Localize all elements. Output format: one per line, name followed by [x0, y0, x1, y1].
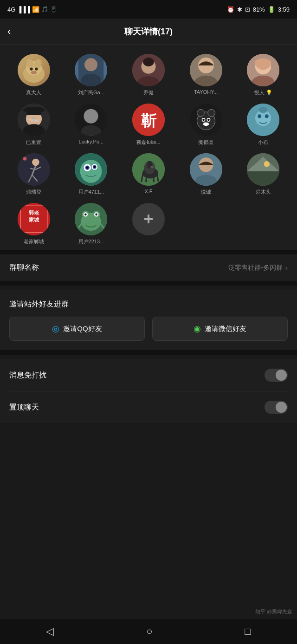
member-item[interactable]: 真大人	[7, 54, 60, 96]
svg-point-77	[199, 157, 213, 172]
member-item[interactable]: 靳 靳磊luke...	[122, 104, 175, 146]
member-name: 烂木头	[256, 189, 271, 195]
bottom-nav: ◁ ○ □	[0, 618, 297, 644]
add-avatar-button[interactable]: +	[132, 203, 165, 235]
battery-icon: 🔋	[268, 6, 275, 13]
svg-line-73	[146, 175, 147, 182]
member-name: TAYOHY...	[194, 89, 218, 95]
svg-point-71	[150, 166, 154, 168]
wifi-icon: 📶	[32, 6, 39, 13]
member-item[interactable]: TikTok 已重置	[7, 104, 60, 146]
member-name: 已重置	[26, 139, 41, 146]
svg-point-49	[259, 107, 268, 113]
avatar	[247, 54, 279, 86]
member-name: 用户4711...	[78, 189, 104, 195]
svg-rect-16	[143, 58, 154, 66]
avatar	[190, 153, 222, 186]
pin-chat-label: 置顶聊天	[9, 403, 39, 412]
pin-chat-toggle[interactable]	[265, 401, 288, 414]
member-name: 刘广民Ga...	[78, 89, 104, 96]
avatar	[190, 54, 222, 86]
invite-section: 邀请站外好友进群 ◎ 邀请QQ好友 ◉ 邀请微信好友	[0, 290, 297, 350]
avatar	[132, 153, 165, 186]
group-name-row[interactable]: 群聊名称 泛零售社群-多闪群 ›	[9, 254, 288, 281]
mute-notifications-row: 消息免打扰	[9, 359, 288, 391]
member-name: X.F	[144, 189, 152, 194]
member-item[interactable]: X.F	[122, 153, 175, 195]
svg-text:家城: 家城	[29, 217, 39, 222]
svg-point-47	[258, 114, 262, 118]
nav-home-button[interactable]: ○	[146, 625, 152, 637]
member-item[interactable]: 郭老 家城 老家郸城	[7, 203, 60, 245]
status-left: 4G ▐▐▐ 📶 🎵 📱	[7, 6, 57, 13]
avatar: 靳	[132, 104, 165, 136]
avatar	[190, 104, 222, 136]
member-item[interactable]: TAYOHY...	[180, 54, 232, 96]
svg-point-60	[80, 160, 102, 183]
nav-recents-button[interactable]: □	[245, 625, 251, 637]
nav-back-button[interactable]: ◁	[46, 625, 54, 637]
svg-point-4	[30, 68, 32, 71]
svg-text:郭老: 郭老	[29, 210, 39, 215]
group-name-value: 泛零售社群-多闪群 ›	[228, 264, 288, 272]
status-right: ⏰ ✱ ⊡ 81% 🔋 3:59	[227, 6, 290, 13]
svg-text:靳: 靳	[141, 112, 156, 129]
time-display: 3:59	[278, 6, 290, 13]
member-item[interactable]: ♪ 弗瑞登	[7, 153, 60, 195]
signal-text: 4G	[7, 6, 15, 13]
screenshot-icon: ⊡	[245, 6, 250, 13]
member-item[interactable]: 刘广民Ga...	[65, 54, 118, 96]
signal-bars: ▐▐▐	[17, 6, 30, 13]
member-name: 老家郸城	[24, 238, 44, 245]
svg-point-11	[84, 58, 97, 71]
invite-wechat-button[interactable]: ◉ 邀请微信好友	[152, 317, 288, 341]
invite-qq-label: 邀请QQ好友	[63, 325, 102, 333]
avatar	[247, 153, 279, 186]
avatar: 郭老 家城	[18, 203, 50, 235]
invite-qq-button[interactable]: ◎ 邀请QQ好友	[9, 317, 145, 341]
member-name: 弗瑞登	[26, 189, 41, 195]
avatar	[247, 104, 279, 136]
chevron-right-icon: ›	[285, 264, 288, 272]
members-section: 真大人 刘广民Ga...	[0, 45, 297, 250]
member-item[interactable]: 悦诚	[180, 153, 232, 195]
svg-point-39	[207, 109, 215, 117]
member-name: 魔都圆	[198, 139, 213, 146]
avatar	[75, 54, 107, 86]
plus-icon: +	[143, 209, 153, 229]
member-name: 用户2213...	[78, 238, 104, 245]
qq-icon: ◎	[52, 324, 59, 334]
mute-notifications-label: 消息免打扰	[9, 371, 46, 380]
member-item[interactable]: ✦ Lucky.Po...	[65, 104, 118, 146]
avatar: ♪	[18, 153, 50, 186]
svg-point-82	[264, 161, 270, 167]
section-divider	[0, 350, 297, 355]
bottom-spacer	[0, 423, 297, 460]
avatar: ✦	[75, 104, 107, 136]
svg-point-94	[96, 214, 98, 216]
header: ‹ 聊天详情(17)	[0, 19, 297, 45]
section-divider	[0, 281, 297, 286]
member-item[interactable]: 乔健	[122, 54, 175, 96]
mute-notifications-toggle[interactable]	[265, 369, 288, 382]
tiktok-icon: 🎵	[41, 6, 48, 13]
member-item[interactable]: 用户2213...	[65, 203, 118, 245]
back-button[interactable]: ‹	[7, 26, 11, 38]
avatar	[18, 54, 50, 86]
member-item[interactable]: 烂木头	[237, 153, 290, 195]
invite-buttons-container: ◎ 邀请QQ好友 ◉ 邀请微信好友	[9, 317, 288, 341]
member-item[interactable]: 用户4711...	[65, 153, 118, 195]
group-name-text: 泛零售社群-多闪群	[228, 264, 283, 272]
member-item[interactable]: 魔都圆	[180, 104, 232, 146]
member-item[interactable]: 小石	[237, 104, 290, 146]
member-name: 悦诚	[201, 189, 211, 195]
watermark: 知乎 @黑啤先森	[255, 608, 292, 615]
add-member-item[interactable]: +	[122, 203, 175, 245]
avatar: TikTok	[18, 104, 50, 136]
member-name: 真大人	[26, 89, 41, 96]
avatar	[75, 203, 107, 235]
member-name: 乔健	[143, 89, 154, 96]
svg-point-38	[197, 109, 204, 117]
app-icon: 📱	[50, 6, 57, 13]
member-item[interactable]: 悦人 💡	[237, 54, 290, 96]
